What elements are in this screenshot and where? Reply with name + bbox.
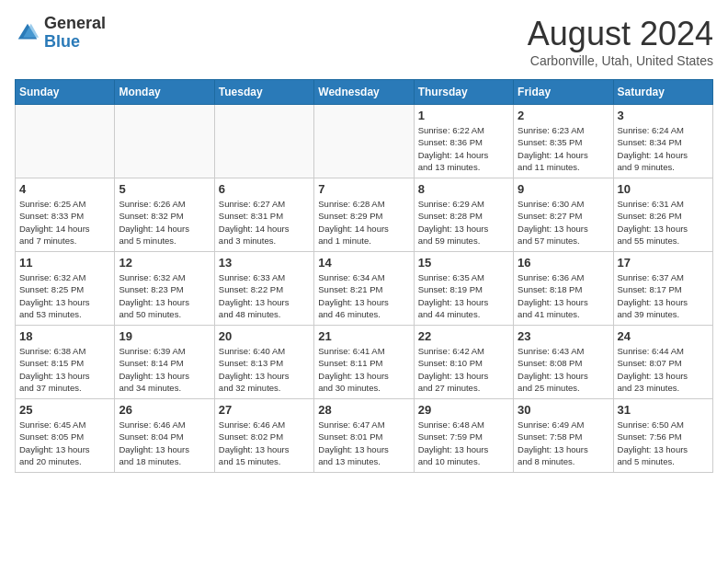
day-number: 23	[518, 329, 609, 343]
day-number: 14	[318, 256, 409, 270]
day-number: 11	[19, 256, 110, 270]
calendar-cell: 27Sunrise: 6:46 AM Sunset: 8:02 PM Dayli…	[214, 399, 313, 473]
calendar-cell: 22Sunrise: 6:42 AM Sunset: 8:10 PM Dayli…	[414, 326, 513, 399]
day-info: Sunrise: 6:24 AM Sunset: 8:34 PM Dayligh…	[618, 124, 709, 173]
day-header-friday: Friday	[514, 80, 613, 105]
day-header-tuesday: Tuesday	[214, 80, 313, 105]
day-info: Sunrise: 6:26 AM Sunset: 8:32 PM Dayligh…	[119, 198, 210, 247]
day-info: Sunrise: 6:46 AM Sunset: 8:02 PM Dayligh…	[219, 419, 310, 467]
day-number: 26	[119, 403, 210, 417]
calendar-cell: 15Sunrise: 6:35 AM Sunset: 8:19 PM Dayli…	[414, 252, 513, 326]
day-number: 18	[19, 329, 110, 343]
calendar-cell: 5Sunrise: 6:26 AM Sunset: 8:32 PM Daylig…	[115, 178, 214, 252]
location-label: Carbonville, Utah, United States	[528, 53, 713, 68]
day-info: Sunrise: 6:49 AM Sunset: 7:58 PM Dayligh…	[518, 419, 609, 467]
day-info: Sunrise: 6:39 AM Sunset: 8:14 PM Dayligh…	[119, 345, 210, 394]
calendar-cell: 1Sunrise: 6:22 AM Sunset: 8:36 PM Daylig…	[414, 105, 513, 178]
page-header: General Blue August 2024 Carbonville, Ut…	[15, 15, 713, 68]
day-number: 5	[119, 182, 210, 196]
day-number: 13	[219, 256, 310, 270]
day-number: 17	[618, 256, 709, 270]
day-number: 19	[119, 329, 210, 343]
day-info: Sunrise: 6:44 AM Sunset: 8:07 PM Dayligh…	[618, 345, 709, 394]
day-number: 1	[418, 109, 509, 122]
day-number: 2	[518, 109, 609, 122]
calendar-cell: 19Sunrise: 6:39 AM Sunset: 8:14 PM Dayli…	[115, 326, 214, 399]
week-row-5: 25Sunrise: 6:45 AM Sunset: 8:05 PM Dayli…	[16, 399, 713, 473]
calendar-cell: 14Sunrise: 6:34 AM Sunset: 8:21 PM Dayli…	[314, 252, 414, 326]
calendar-cell: 7Sunrise: 6:28 AM Sunset: 8:29 PM Daylig…	[314, 178, 414, 252]
calendar-cell: 17Sunrise: 6:37 AM Sunset: 8:17 PM Dayli…	[613, 252, 712, 326]
day-number: 10	[618, 182, 709, 196]
day-info: Sunrise: 6:22 AM Sunset: 8:36 PM Dayligh…	[418, 124, 509, 173]
day-number: 30	[518, 403, 609, 417]
logo-icon	[15, 20, 40, 46]
calendar-cell	[115, 105, 214, 178]
day-info: Sunrise: 6:25 AM Sunset: 8:33 PM Dayligh…	[19, 198, 110, 247]
calendar-cell: 29Sunrise: 6:48 AM Sunset: 7:59 PM Dayli…	[414, 399, 513, 473]
calendar-cell: 31Sunrise: 6:50 AM Sunset: 7:56 PM Dayli…	[613, 399, 712, 473]
day-info: Sunrise: 6:45 AM Sunset: 8:05 PM Dayligh…	[19, 419, 110, 467]
day-info: Sunrise: 6:35 AM Sunset: 8:19 PM Dayligh…	[418, 271, 509, 320]
month-year-title: August 2024	[528, 15, 713, 53]
calendar-cell: 26Sunrise: 6:46 AM Sunset: 8:04 PM Dayli…	[115, 399, 214, 473]
logo-general-label: General	[44, 15, 106, 33]
day-info: Sunrise: 6:48 AM Sunset: 7:59 PM Dayligh…	[418, 419, 509, 467]
day-number: 16	[518, 256, 609, 270]
calendar-cell: 30Sunrise: 6:49 AM Sunset: 7:58 PM Dayli…	[514, 399, 613, 473]
calendar-cell: 3Sunrise: 6:24 AM Sunset: 8:34 PM Daylig…	[613, 105, 712, 178]
week-row-1: 1Sunrise: 6:22 AM Sunset: 8:36 PM Daylig…	[16, 105, 713, 178]
calendar-cell: 4Sunrise: 6:25 AM Sunset: 8:33 PM Daylig…	[16, 178, 115, 252]
calendar-cell: 20Sunrise: 6:40 AM Sunset: 8:13 PM Dayli…	[214, 326, 313, 399]
day-info: Sunrise: 6:23 AM Sunset: 8:35 PM Dayligh…	[518, 124, 609, 173]
title-block: August 2024 Carbonville, Utah, United St…	[528, 15, 713, 68]
day-number: 7	[318, 182, 409, 196]
days-header-row: SundayMondayTuesdayWednesdayThursdayFrid…	[16, 80, 713, 105]
day-number: 6	[219, 182, 310, 196]
day-number: 12	[119, 256, 210, 270]
calendar-cell	[314, 105, 414, 178]
day-info: Sunrise: 6:38 AM Sunset: 8:15 PM Dayligh…	[19, 345, 110, 394]
day-number: 24	[618, 329, 709, 343]
day-info: Sunrise: 6:50 AM Sunset: 7:56 PM Dayligh…	[618, 419, 709, 467]
calendar-cell	[16, 105, 115, 178]
calendar-cell	[214, 105, 313, 178]
day-info: Sunrise: 6:30 AM Sunset: 8:27 PM Dayligh…	[518, 198, 609, 247]
day-info: Sunrise: 6:46 AM Sunset: 8:04 PM Dayligh…	[119, 419, 210, 467]
calendar-cell: 11Sunrise: 6:32 AM Sunset: 8:25 PM Dayli…	[16, 252, 115, 326]
calendar-cell: 28Sunrise: 6:47 AM Sunset: 8:01 PM Dayli…	[314, 399, 414, 473]
day-info: Sunrise: 6:40 AM Sunset: 8:13 PM Dayligh…	[219, 345, 310, 394]
day-number: 9	[518, 182, 609, 196]
calendar-cell: 21Sunrise: 6:41 AM Sunset: 8:11 PM Dayli…	[314, 326, 414, 399]
calendar-cell: 6Sunrise: 6:27 AM Sunset: 8:31 PM Daylig…	[214, 178, 313, 252]
day-number: 4	[19, 182, 110, 196]
calendar-cell: 10Sunrise: 6:31 AM Sunset: 8:26 PM Dayli…	[613, 178, 712, 252]
day-header-monday: Monday	[115, 80, 214, 105]
day-number: 27	[219, 403, 310, 417]
calendar-cell: 2Sunrise: 6:23 AM Sunset: 8:35 PM Daylig…	[514, 105, 613, 178]
day-info: Sunrise: 6:27 AM Sunset: 8:31 PM Dayligh…	[219, 198, 310, 247]
calendar-table: SundayMondayTuesdayWednesdayThursdayFrid…	[15, 79, 713, 473]
week-row-3: 11Sunrise: 6:32 AM Sunset: 8:25 PM Dayli…	[16, 252, 713, 326]
calendar-cell: 16Sunrise: 6:36 AM Sunset: 8:18 PM Dayli…	[514, 252, 613, 326]
calendar-body: 1Sunrise: 6:22 AM Sunset: 8:36 PM Daylig…	[16, 105, 713, 473]
day-info: Sunrise: 6:41 AM Sunset: 8:11 PM Dayligh…	[318, 345, 409, 394]
week-row-4: 18Sunrise: 6:38 AM Sunset: 8:15 PM Dayli…	[16, 326, 713, 399]
calendar-cell: 8Sunrise: 6:29 AM Sunset: 8:28 PM Daylig…	[414, 178, 513, 252]
calendar-cell: 9Sunrise: 6:30 AM Sunset: 8:27 PM Daylig…	[514, 178, 613, 252]
day-header-thursday: Thursday	[414, 80, 513, 105]
day-header-wednesday: Wednesday	[314, 80, 414, 105]
day-info: Sunrise: 6:29 AM Sunset: 8:28 PM Dayligh…	[418, 198, 509, 247]
calendar-cell: 18Sunrise: 6:38 AM Sunset: 8:15 PM Dayli…	[16, 326, 115, 399]
day-header-saturday: Saturday	[613, 80, 712, 105]
day-info: Sunrise: 6:37 AM Sunset: 8:17 PM Dayligh…	[618, 271, 709, 320]
day-number: 15	[418, 256, 509, 270]
calendar-cell: 23Sunrise: 6:43 AM Sunset: 8:08 PM Dayli…	[514, 326, 613, 399]
calendar-cell: 25Sunrise: 6:45 AM Sunset: 8:05 PM Dayli…	[16, 399, 115, 473]
day-number: 3	[618, 109, 709, 122]
day-number: 28	[318, 403, 409, 417]
week-row-2: 4Sunrise: 6:25 AM Sunset: 8:33 PM Daylig…	[16, 178, 713, 252]
day-info: Sunrise: 6:36 AM Sunset: 8:18 PM Dayligh…	[518, 271, 609, 320]
calendar-cell: 12Sunrise: 6:32 AM Sunset: 8:23 PM Dayli…	[115, 252, 214, 326]
day-info: Sunrise: 6:47 AM Sunset: 8:01 PM Dayligh…	[318, 419, 409, 467]
